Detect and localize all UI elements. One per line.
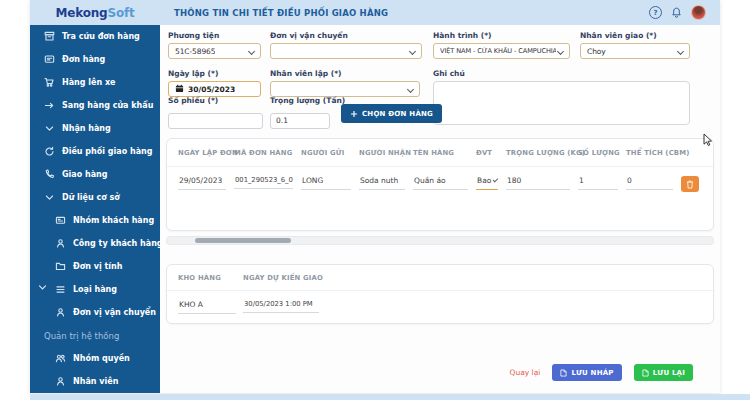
- trong-luong-kg-cell[interactable]: 180: [506, 176, 570, 190]
- sidebar-item-nhan-hang[interactable]: Nhận hàng: [30, 117, 160, 140]
- user-icon: [55, 307, 66, 318]
- ten-hang-cell[interactable]: Quần áo: [413, 176, 468, 190]
- chevron-down-icon: [557, 48, 564, 55]
- luu-lai-button[interactable]: LƯU LẠI: [634, 364, 693, 381]
- column-header: TRỌNG LƯỢNG (KG): [506, 149, 578, 157]
- phuong-tien-select[interactable]: 51C-58965: [168, 43, 261, 59]
- topbar: MekongSoft THÔNG TIN CHI TIẾT ĐIỀU PHỐI …: [30, 0, 720, 25]
- order-icon: [44, 54, 55, 65]
- user-icon: [55, 238, 66, 249]
- ghi-chu-textarea[interactable]: [433, 81, 690, 125]
- sidebar-item-label: Nhận hàng: [62, 124, 111, 133]
- column-header: NGƯỜI GỬI: [301, 149, 359, 157]
- trong-luong-label: Trọng lượng (Tấn): [270, 96, 330, 105]
- sidebar-item-cong-ty-khach-hang[interactable]: Công ty khách hàng: [30, 232, 160, 255]
- column-header: ĐVT: [476, 149, 506, 157]
- ngay-lap-date-picker[interactable]: 30/05/2023: [168, 81, 261, 97]
- sidebar-item-giao-hang[interactable]: Giao hàng: [30, 163, 160, 186]
- column-header: THỂ TÍCH (CBM): [626, 149, 681, 157]
- help-icon[interactable]: ?: [649, 6, 662, 19]
- warehouse-table-row: KHO A 30/05/2023 1:00 PM: [167, 291, 713, 314]
- chevron-down-icon: [493, 177, 498, 182]
- sidebar-item-du-lieu-co-so[interactable]: Dữ liệu cơ sở: [30, 186, 160, 209]
- chon-don-hang-button[interactable]: CHỌN ĐƠN HÀNG: [341, 104, 442, 123]
- order-table-card: NGÀY LẬP ĐƠN MÃ ĐƠN HÀNG NGƯỜI GỬI NGƯỜI…: [166, 138, 714, 231]
- phone-icon: [44, 169, 55, 180]
- sidebar-item-nhan-vien[interactable]: Nhân viên: [30, 370, 160, 393]
- hanh-trinh-select[interactable]: VIỆT NAM - CỬA KHẨU - CAMPUCHIA: [433, 43, 570, 59]
- users-icon: [55, 353, 66, 364]
- nhan-vien-giao-select[interactable]: Choy: [580, 43, 690, 59]
- ngay-du-kien-giao-cell[interactable]: 30/05/2023 1:00 PM: [243, 300, 319, 313]
- dvt-select[interactable]: Bao: [476, 176, 498, 190]
- app-logo[interactable]: MekongSoft: [30, 6, 160, 20]
- sidebar-item-label: Điều phối giao hàng: [62, 147, 152, 156]
- sidebar-item-label: Loại hàng: [73, 285, 117, 294]
- folder-icon: [55, 261, 66, 272]
- column-header: TÊN HÀNG: [413, 149, 476, 157]
- sidebar-item-dieu-phoi-giao-hang[interactable]: Điều phối giao hàng: [30, 140, 160, 163]
- column-header: NGÀY DỰ KIẾN GIAO: [243, 274, 323, 282]
- horizontal-scrollbar[interactable]: [166, 236, 714, 245]
- sidebar-item-nhom-quyen[interactable]: Nhóm quyền: [30, 347, 160, 370]
- chevron-down-icon: [44, 192, 55, 203]
- sidebar-item-don-vi-van-chuyen[interactable]: Đơn vị vận chuyển: [30, 301, 160, 324]
- nhan-vien-lap-select[interactable]: [270, 81, 420, 97]
- nhan-vien-lap-label: Nhân viên lập (*): [270, 69, 420, 78]
- sidebar-item-sang-hang-cua-khau[interactable]: Sang hàng cửa khẩu: [30, 94, 160, 117]
- app-window: MekongSoft THÔNG TIN CHI TIẾT ĐIỀU PHỐI …: [30, 0, 720, 393]
- sidebar-item-label: Sang hàng cửa khẩu: [62, 101, 153, 110]
- chevron-down-icon[interactable]: [38, 277, 47, 286]
- sidebar-item-label: Công ty khách hàng: [73, 239, 160, 248]
- main-content: Phương tiện 51C-58965 Đơn vị vận chuyển …: [160, 25, 720, 393]
- trash-icon: [686, 180, 694, 189]
- sidebar-item-label: Hàng lên xe: [62, 78, 116, 87]
- sidebar-item-label: Dữ liệu cơ sở: [62, 193, 120, 202]
- sidebar-item-don-vi-tinh[interactable]: Đơn vị tính: [30, 255, 160, 278]
- warehouse-table-card: KHO HÀNG NGÀY DỰ KIẾN GIAO KHO A 30/05/2…: [166, 264, 714, 324]
- so-luong-cell[interactable]: 1: [578, 176, 618, 190]
- refresh-icon: [44, 146, 55, 157]
- trong-luong-input[interactable]: [270, 113, 330, 129]
- arrow-right-icon: [44, 100, 55, 111]
- warehouse-table-header: KHO HÀNG NGÀY DỰ KIẾN GIAO: [167, 265, 713, 291]
- sidebar-item-tra-cuu-don-hang[interactable]: Tra cứu đơn hàng: [30, 25, 160, 48]
- nguoi-nhan-cell[interactable]: Soda nuth: [359, 176, 405, 190]
- sidebar-item-label: Đơn vị vận chuyển: [73, 308, 156, 317]
- list-icon: [55, 284, 66, 295]
- save-icon: [642, 369, 649, 377]
- phuong-tien-label: Phương tiện: [168, 31, 261, 40]
- the-tich-cbm-cell[interactable]: 0: [626, 176, 673, 190]
- ma-don-hang-cell[interactable]: 001_290523_6_002: [234, 176, 293, 189]
- sidebar-item-loai-hang[interactable]: Loại hàng: [30, 278, 160, 301]
- nhan-vien-giao-label: Nhân viên giao (*): [580, 31, 690, 40]
- so-phieu-input[interactable]: [168, 113, 263, 129]
- form-actions: Quay lại LƯU NHÁP LƯU LẠI: [160, 364, 720, 381]
- bottom-strip: [30, 394, 750, 400]
- column-header: SỐ LƯỢNG: [578, 149, 626, 157]
- user-icon: [55, 376, 66, 387]
- sidebar-item-label: Nhóm khách hàng: [73, 216, 154, 225]
- sidebar-item-nhom-khach-hang[interactable]: Nhóm khách hàng: [30, 209, 160, 232]
- sidebar-item-label: Nhân viên: [73, 377, 118, 386]
- sidebar-item-hang-len-xe[interactable]: Hàng lên xe: [30, 71, 160, 94]
- ngay-lap-don-cell[interactable]: 29/05/2023: [178, 176, 226, 190]
- order-table-header: NGÀY LẬP ĐƠN MÃ ĐƠN HÀNG NGƯỜI GỬI NGƯỜI…: [167, 139, 713, 167]
- sidebar-section-quan-tri-he-thong: Quản trị hệ thống: [30, 324, 160, 347]
- scrollbar-thumb[interactable]: [195, 238, 291, 243]
- ghi-chu-label: Ghi chú: [433, 69, 690, 78]
- sidebar-item-label: Đơn vị tính: [73, 262, 122, 271]
- sidebar-item-don-hang[interactable]: Đơn hàng: [30, 48, 160, 71]
- archive-icon: [44, 31, 55, 42]
- delete-row-button[interactable]: [681, 176, 699, 192]
- avatar[interactable]: [691, 5, 706, 20]
- kho-hang-cell[interactable]: KHO A: [178, 300, 236, 314]
- chevron-down-icon: [407, 86, 414, 93]
- quay-lai-link[interactable]: Quay lại: [510, 368, 541, 377]
- don-vi-van-chuyen-select[interactable]: [270, 43, 422, 59]
- bell-icon[interactable]: [671, 7, 682, 19]
- luu-nhap-button[interactable]: LƯU NHÁP: [552, 364, 621, 381]
- save-draft-icon: [560, 369, 567, 377]
- nguoi-gui-cell[interactable]: LONG: [301, 176, 351, 190]
- don-vi-van-chuyen-label: Đơn vị vận chuyển: [270, 31, 422, 40]
